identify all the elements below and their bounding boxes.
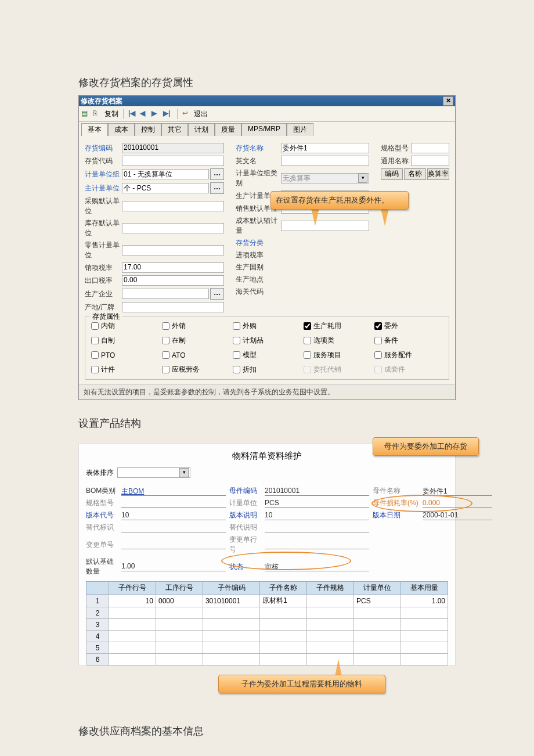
unit-group-type-label: 计量单位组类别 bbox=[236, 168, 281, 188]
cb-labor[interactable]: 应税劳务 bbox=[162, 365, 230, 375]
code-col-header[interactable]: 编码 bbox=[381, 168, 403, 180]
export-tax-field[interactable]: 0.00 bbox=[122, 275, 224, 286]
cell-line bbox=[109, 607, 156, 619]
producer-label: 生产企业 bbox=[85, 289, 122, 299]
cb-out-purchase[interactable]: 外购 bbox=[233, 321, 301, 331]
table-row[interactable]: 1100000301010001原材料1PCS1.00 bbox=[86, 595, 448, 607]
last-icon[interactable]: ▶| bbox=[163, 109, 172, 118]
main-unit-lookup-button[interactable]: … bbox=[210, 182, 224, 194]
col-child-spec: 子件规格 bbox=[307, 582, 354, 595]
stock-unit-field[interactable] bbox=[122, 223, 224, 233]
table-row[interactable]: 2 bbox=[86, 607, 448, 619]
purchase-unit-field[interactable] bbox=[122, 201, 224, 211]
prev-icon[interactable]: ◀ bbox=[140, 109, 149, 118]
unit-group-lookup-button[interactable]: … bbox=[210, 168, 224, 180]
unit-label: 计量单位 bbox=[229, 498, 261, 508]
cb-pto[interactable]: PTO bbox=[91, 350, 160, 360]
rate-col-header[interactable]: 换算率 bbox=[427, 168, 449, 180]
close-icon[interactable]: ✕ bbox=[443, 96, 453, 106]
common-name-field[interactable] bbox=[411, 156, 449, 166]
cb-model[interactable]: 模型 bbox=[233, 350, 301, 360]
tab-image[interactable]: 图片 bbox=[287, 123, 313, 136]
cell-spec bbox=[307, 642, 354, 654]
unit-group-label: 计量单位组 bbox=[85, 170, 122, 179]
tab-basic[interactable]: 基本 bbox=[81, 123, 108, 136]
inv-daima-field[interactable] bbox=[122, 156, 224, 166]
cb-count[interactable]: 计件 bbox=[91, 365, 160, 375]
cell-spec bbox=[307, 619, 354, 631]
cb-spare[interactable]: 备件 bbox=[374, 336, 443, 345]
inv-code-field: 201010001 bbox=[122, 143, 224, 153]
callout-3: 子件为委外加工过程需要耗用的物料 bbox=[218, 675, 385, 693]
cb-discount[interactable]: 折扣 bbox=[233, 365, 301, 375]
en-name-field[interactable] bbox=[281, 156, 369, 166]
cell-code bbox=[203, 642, 259, 654]
inv-name-label: 存货名称 bbox=[236, 143, 281, 153]
ver-date-value: 2000-01-01 bbox=[423, 511, 492, 520]
cb-option[interactable]: 选项类 bbox=[304, 336, 372, 345]
sub-flag-value bbox=[121, 523, 226, 532]
cb-ato[interactable]: ATO bbox=[162, 350, 230, 360]
cell-op bbox=[156, 607, 203, 619]
copy-button[interactable]: 复制 bbox=[104, 109, 118, 119]
cb-prod-consume[interactable]: 生产耗用 bbox=[304, 321, 372, 331]
tab-quality[interactable]: 质量 bbox=[215, 123, 241, 136]
origin-field[interactable] bbox=[122, 302, 224, 312]
tab-mps[interactable]: MPS/MRP bbox=[241, 123, 287, 136]
cb-outsource[interactable]: 委外 bbox=[374, 321, 443, 331]
sub-desc-label: 替代说明 bbox=[229, 523, 261, 532]
cb-in-prod[interactable]: 在制 bbox=[162, 336, 230, 345]
first-icon[interactable]: |◀ bbox=[128, 109, 138, 118]
unit-group-field[interactable]: 01 - 无换算单位 bbox=[122, 169, 209, 179]
row-number: 5 bbox=[86, 642, 109, 654]
col-child-name: 子件名称 bbox=[260, 582, 307, 595]
change-no-value bbox=[121, 540, 226, 549]
row-number-header bbox=[86, 582, 109, 595]
unit-value: PCS bbox=[265, 499, 369, 508]
doc-icon[interactable]: ▤ bbox=[81, 109, 91, 118]
table-row[interactable]: 4 bbox=[86, 631, 448, 642]
tab-other[interactable]: 其它 bbox=[161, 123, 188, 136]
unit-group-type-field[interactable]: 无换算率 ▾ bbox=[281, 173, 369, 183]
main-unit-label: 主计量单位 bbox=[85, 183, 122, 193]
copy-icon[interactable]: ⎘ bbox=[93, 109, 102, 118]
table-row[interactable]: 5 bbox=[86, 642, 448, 654]
producer-field[interactable] bbox=[122, 289, 209, 299]
tab-cost[interactable]: 成本 bbox=[108, 123, 135, 136]
sub-desc-value bbox=[265, 523, 369, 532]
cb-domestic-sale[interactable]: 内销 bbox=[91, 321, 160, 331]
cb-service-part[interactable]: 服务配件 bbox=[374, 350, 443, 360]
exit-button[interactable]: 退出 bbox=[194, 109, 208, 119]
cell-unit: PCS bbox=[354, 595, 401, 607]
cb-self-made[interactable]: 自制 bbox=[91, 336, 160, 345]
bom-type-value[interactable]: 主BOM bbox=[121, 487, 226, 496]
cost-aux-field[interactable] bbox=[281, 221, 369, 231]
tab-plan[interactable]: 计划 bbox=[188, 123, 215, 136]
sort-dropdown[interactable]: ▾ bbox=[117, 467, 190, 478]
prod-place-label: 生产地点 bbox=[236, 275, 281, 285]
cell-code bbox=[203, 631, 259, 642]
common-name-label: 通用名称 bbox=[381, 156, 411, 166]
producer-lookup-button[interactable]: … bbox=[210, 288, 224, 300]
ver-code-value: 10 bbox=[121, 511, 226, 520]
main-unit-field[interactable]: 个 - PCS bbox=[122, 183, 209, 193]
callout-arrow-icon bbox=[311, 208, 319, 226]
cell-spec bbox=[307, 631, 354, 642]
exit-icon[interactable]: ↩ bbox=[182, 109, 192, 118]
spec-field[interactable] bbox=[411, 143, 449, 153]
cell-spec bbox=[307, 607, 354, 619]
cb-export[interactable]: 外销 bbox=[162, 321, 230, 331]
sale-tax-field[interactable]: 17.00 bbox=[122, 262, 224, 273]
purchase-unit-label: 采购默认单位 bbox=[85, 196, 122, 216]
row-number: 6 bbox=[86, 654, 109, 665]
next-icon[interactable]: ▶ bbox=[151, 109, 161, 118]
cb-service-item[interactable]: 服务项目 bbox=[304, 350, 372, 360]
cb-plan-item[interactable]: 计划品 bbox=[233, 336, 301, 345]
inv-name-field[interactable]: 委外件1 bbox=[281, 143, 369, 153]
en-name-label: 英文名 bbox=[236, 156, 281, 166]
retail-unit-field[interactable] bbox=[122, 245, 224, 255]
name-col-header[interactable]: 名称 bbox=[404, 168, 426, 180]
dialog-footer: 如有无法设置的项目，是受账套参数的控制，请先到各子系统的业务范围中设置。 bbox=[79, 384, 455, 399]
table-row[interactable]: 3 bbox=[86, 619, 448, 631]
tab-control[interactable]: 控制 bbox=[135, 123, 161, 136]
